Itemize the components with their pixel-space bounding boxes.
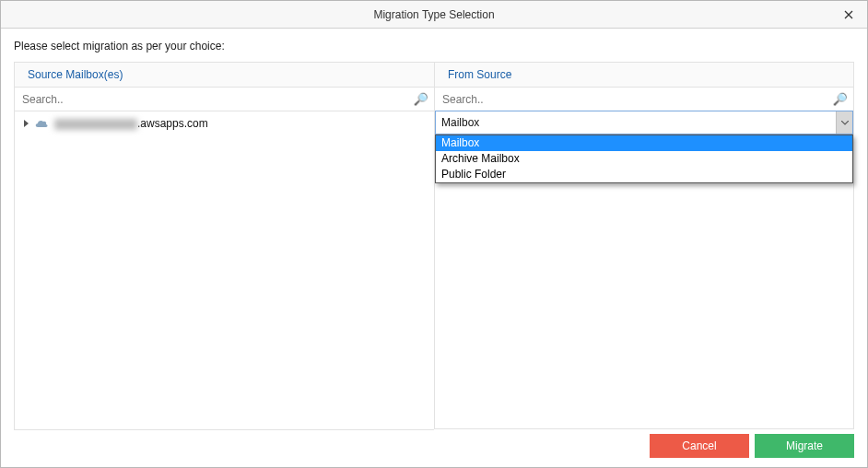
select-dropdown-button[interactable]: [836, 111, 852, 134]
search-icon[interactable]: 🔍: [414, 92, 428, 106]
from-source-select[interactable]: Mailbox Mailbox Archive Mailbox Public F…: [435, 111, 853, 135]
from-source-search-row: 🔍: [434, 88, 854, 111]
dropdown-option-archive[interactable]: Archive Mailbox: [436, 151, 852, 167]
tree-item-label: .awsapps.com: [54, 117, 208, 130]
from-source-body: Mailbox Mailbox Archive Mailbox Public F…: [434, 111, 854, 429]
content-area: Please select migration as per your choi…: [1, 29, 867, 430]
tree-item[interactable]: .awsapps.com: [20, 115, 428, 132]
from-source-search-input[interactable]: [439, 93, 833, 106]
expand-icon[interactable]: [24, 120, 29, 127]
dropdown-list: Mailbox Archive Mailbox Public Folder: [435, 135, 853, 183]
source-tree: .awsapps.com: [14, 111, 434, 430]
from-source-column: From Source 🔍 Mailbox Mailbox Archive Ma…: [434, 62, 854, 430]
source-search-input[interactable]: [18, 93, 414, 106]
search-icon[interactable]: 🔍: [833, 92, 848, 106]
cloud-icon: [34, 119, 49, 129]
instruction-text: Please select migration as per your choi…: [14, 40, 854, 53]
source-search-row: 🔍: [14, 88, 434, 111]
cancel-button[interactable]: Cancel: [650, 434, 749, 458]
select-value: Mailbox: [436, 116, 836, 129]
source-mailboxes-header: Source Mailbox(es): [14, 62, 434, 88]
window-title: Migration Type Selection: [373, 8, 494, 21]
close-icon: [844, 10, 853, 19]
dropdown-option-mailbox[interactable]: Mailbox: [436, 135, 852, 151]
columns-container: Source Mailbox(es) 🔍 .awsapps.com: [14, 62, 854, 430]
redacted-text: [54, 119, 137, 130]
titlebar: Migration Type Selection: [1, 1, 867, 29]
migrate-button[interactable]: Migrate: [755, 434, 854, 458]
source-mailboxes-column: Source Mailbox(es) 🔍 .awsapps.com: [14, 62, 434, 430]
from-source-header: From Source: [434, 62, 854, 88]
dropdown-option-public-folder[interactable]: Public Folder: [436, 167, 852, 182]
chevron-down-icon: [841, 121, 849, 125]
footer-buttons: Cancel Migrate: [650, 434, 854, 458]
close-button[interactable]: [830, 1, 867, 29]
